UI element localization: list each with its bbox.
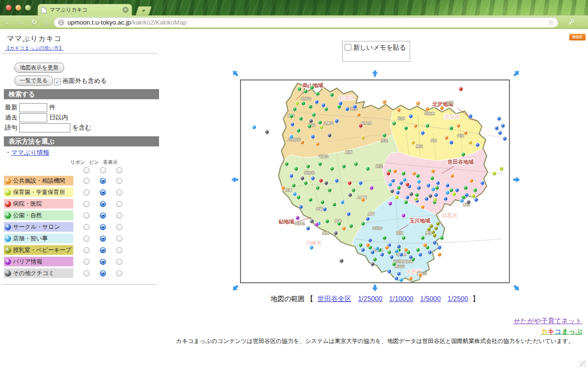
map-pin[interactable] xyxy=(295,216,300,221)
pan-left-arrow[interactable] xyxy=(231,176,239,184)
map-pin[interactable] xyxy=(437,252,441,257)
radio-ribbon[interactable] xyxy=(83,236,90,242)
radio-ribbon[interactable] xyxy=(83,201,90,207)
radio-hide[interactable] xyxy=(116,259,122,265)
map-pin[interactable] xyxy=(306,226,310,231)
radio-hide[interactable] xyxy=(116,201,122,207)
window-resize-grip[interactable] xyxy=(580,361,586,367)
map-pin[interactable] xyxy=(394,276,399,281)
map-pin[interactable] xyxy=(265,130,269,135)
pan-up-arrow[interactable] xyxy=(371,69,379,77)
map-pin[interactable] xyxy=(437,245,441,250)
radio-pin[interactable] xyxy=(100,212,106,219)
map-pin[interactable] xyxy=(494,126,499,131)
radio-hide[interactable] xyxy=(116,224,122,230)
radio-pin-all[interactable] xyxy=(100,167,106,173)
rss-badge[interactable]: RSS xyxy=(569,34,586,40)
radio-hide-all[interactable] xyxy=(116,167,122,173)
pan-right-arrow[interactable] xyxy=(513,176,521,184)
radio-hide[interactable] xyxy=(116,178,122,184)
close-window-button[interactable] xyxy=(6,5,12,11)
offscreen-checkbox[interactable]: ✓ xyxy=(54,79,61,85)
new-tab-button[interactable]: + xyxy=(135,6,152,15)
radio-hide[interactable] xyxy=(116,212,122,219)
keyword-input[interactable] xyxy=(19,123,70,132)
radio-pin[interactable] xyxy=(100,189,106,196)
map-pin[interactable] xyxy=(416,101,420,106)
kakiko-map-link[interactable]: カキコまっぷ xyxy=(541,328,582,335)
map-pin[interactable] xyxy=(497,117,501,121)
update-map-button[interactable]: 地図表示を更新 xyxy=(14,63,64,73)
help-link[interactable]: 【カキコまっぷの使い方】 xyxy=(5,45,64,52)
map-pin[interactable] xyxy=(252,125,256,130)
radio-ribbon[interactable] xyxy=(83,178,90,184)
zoom-window-button[interactable] xyxy=(25,5,31,11)
scale-link-25000[interactable]: 1/25000 xyxy=(358,295,383,302)
bookmark-star-icon[interactable]: ☆ xyxy=(548,19,554,26)
map-pin[interactable] xyxy=(440,236,444,241)
map-pin[interactable] xyxy=(309,245,314,250)
address-bar[interactable]: upmoon.t.u-tokyo.ac.jp/kakiko2/KakikoMap… xyxy=(54,17,558,27)
map-pin[interactable] xyxy=(440,106,444,111)
list-view-button[interactable]: 一覧で見る xyxy=(14,76,53,86)
radio-pin[interactable] xyxy=(100,247,106,253)
radio-pin[interactable] xyxy=(100,178,106,184)
radio-hide[interactable] xyxy=(116,236,122,242)
map-pin[interactable] xyxy=(399,278,403,282)
map-svg[interactable]: 烏山地域北沢地域世田谷地域砧地域玉川地域杉並区渋谷区目黒区大田区川崎市北烏山給田… xyxy=(241,80,509,282)
reload-button[interactable]: ↻ xyxy=(29,17,40,27)
radio-ribbon-all[interactable] xyxy=(83,167,90,173)
map-pin[interactable] xyxy=(499,167,504,171)
pan-down-arrow[interactable] xyxy=(371,284,379,292)
scale-link-whole-ward[interactable]: 世田谷全区 xyxy=(318,295,351,302)
radio-ribbon[interactable] xyxy=(83,189,90,196)
radio-ribbon[interactable] xyxy=(83,224,90,230)
category-label: 授乳室・ベビーキープ xyxy=(4,245,73,255)
map-pin[interactable] xyxy=(474,197,479,202)
back-button[interactable]: ← xyxy=(3,17,13,27)
radio-pin[interactable] xyxy=(100,201,106,207)
category-label: 店舗・習い事 xyxy=(4,234,73,243)
map-pin[interactable] xyxy=(492,171,496,176)
radio-pin[interactable] xyxy=(100,224,106,230)
radio-pin[interactable] xyxy=(100,259,106,265)
mamaburi-info-link[interactable]: ママぶり情報 xyxy=(11,149,49,156)
radio-ribbon[interactable] xyxy=(83,247,90,253)
region-kitazawa[interactable] xyxy=(390,105,486,161)
radio-pin[interactable] xyxy=(100,236,106,242)
scale-link-2500[interactable]: 1/2500 xyxy=(448,295,468,302)
home-button[interactable]: ⌂ xyxy=(41,17,52,27)
radio-ribbon[interactable] xyxy=(83,259,90,265)
radio-hide[interactable] xyxy=(116,247,122,253)
category-label: 公園・自然 xyxy=(4,210,73,220)
browser-tab[interactable]: ママぶりカキコ × xyxy=(38,4,132,15)
pan-northeast-arrow[interactable] xyxy=(513,69,521,77)
settings-wrench-icon[interactable] xyxy=(567,18,575,26)
url-text: upmoon.t.u-tokyo.ac.jp/kakiko2/KakikoMap xyxy=(67,19,548,26)
radio-ribbon[interactable] xyxy=(83,212,90,219)
forward-button[interactable]: → xyxy=(15,17,26,27)
setagaya-kosodate-net-link[interactable]: せたがや子育てネット xyxy=(513,317,582,325)
scale-link-10000[interactable]: 1/10000 xyxy=(389,295,414,302)
category-ball-icon xyxy=(5,236,11,242)
map-pin[interactable] xyxy=(503,137,507,142)
past-days-input[interactable] xyxy=(19,113,47,122)
radio-ribbon[interactable] xyxy=(83,270,90,276)
new-memo-checkbox[interactable] xyxy=(345,44,351,51)
scale-link-5000[interactable]: 1/5000 xyxy=(420,295,441,302)
tab-close-icon[interactable]: × xyxy=(122,7,129,13)
radio-pin[interactable] xyxy=(100,270,106,276)
map-pin[interactable] xyxy=(498,131,502,136)
minimize-window-button[interactable] xyxy=(15,5,21,11)
latest-count-input[interactable] xyxy=(19,103,47,112)
pan-northwest-arrow[interactable] xyxy=(231,69,239,77)
pan-southwest-arrow[interactable] xyxy=(231,284,239,292)
map-container[interactable]: 烏山地域北沢地域世田谷地域砧地域玉川地域杉並区渋谷区目黒区大田区川崎市北烏山給田… xyxy=(240,79,510,283)
map-pin[interactable] xyxy=(371,262,375,267)
map-pin[interactable] xyxy=(459,87,463,92)
pan-southeast-arrow[interactable] xyxy=(513,284,521,292)
radio-hide[interactable] xyxy=(116,189,122,196)
map-pin[interactable] xyxy=(339,259,344,263)
map-pin[interactable] xyxy=(501,124,505,129)
radio-hide[interactable] xyxy=(116,270,122,276)
